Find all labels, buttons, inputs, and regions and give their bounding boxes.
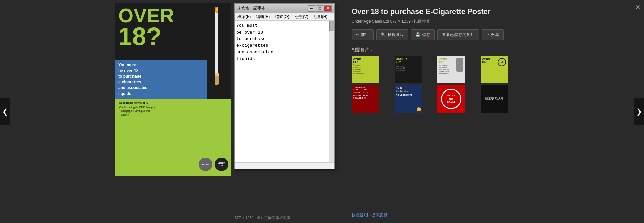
related-image-6[interactable]: No IDNo ServiceNo Exceptions	[395, 85, 422, 113]
poster-acceptable-1: •Cards bearing the PASS hologram	[119, 105, 228, 109]
feedback-area: 軟體說明 · 提供意見	[352, 212, 388, 218]
notepad-menu-format[interactable]: 格式(O)	[274, 13, 290, 20]
related-image-8[interactable]: 顯示更多結果	[481, 85, 508, 113]
related-grid: OVER18? You mustbe over 18to purchasee-c…	[352, 56, 521, 113]
view-saved-button[interactable]: 查看已儲存的圖片	[437, 29, 479, 40]
nav-left-arrow[interactable]: ❮	[0, 98, 10, 125]
chevron-left-icon: ❮	[2, 107, 8, 116]
share-icon: ↗	[486, 32, 489, 37]
poster-image: OVER 18?	[115, 3, 231, 176]
notepad-titlebar: 未命名 - 記事本 ─ □ ✕	[235, 4, 334, 13]
feedback2-link[interactable]: 提供意見	[371, 212, 388, 217]
poster-acceptable-2: •Photographic Driving Licence	[119, 109, 228, 113]
back-button[interactable]: ↩ 前往	[352, 29, 374, 40]
svg-rect-0	[215, 10, 218, 78]
poster-age-text: 18?	[118, 25, 181, 48]
save-icon: 💾	[415, 32, 421, 37]
cigarette-illustration	[204, 3, 229, 99]
related-image-4[interactable]: OVER18? 18	[481, 56, 508, 83]
feedback-link[interactable]: 軟體說明	[352, 212, 368, 217]
search-icon: 🔍	[381, 32, 386, 37]
action-buttons: ↩ 前往 🔍 檢視圖片 💾 儲存 查看已儲存的圖片 ↗ 分享	[352, 29, 521, 40]
notepad-menu-edit[interactable]: 編輯(E)	[255, 13, 271, 20]
nav-right-arrow[interactable]: ❯	[634, 98, 644, 125]
poster-blue-text: You must be over 18 to purchase e-cigare…	[118, 62, 204, 97]
right-panel: Over 18 to purchase E-Cigarette Poster U…	[352, 7, 521, 113]
under21-badge: UNDER21?	[215, 158, 228, 171]
related-image-1[interactable]: OVER18? You mustbe over 18to purchasee-c…	[352, 56, 379, 83]
image-title: Over 18 to purchase E-Cigarette Poster	[352, 7, 521, 17]
image-meta: Under Age Sales Ltd 877 × 1239 · 以圖搜圖	[352, 19, 521, 24]
poster-over-text: OVER	[118, 6, 181, 25]
related-title: 相關圖片：	[352, 47, 521, 53]
notepad-close-button[interactable]: ✕	[324, 5, 332, 12]
notepad-menu-view[interactable]: 檢視(V)	[293, 13, 310, 20]
chevron-right-icon: ❯	[636, 107, 642, 116]
notepad-scrollbar-thumb[interactable]	[329, 21, 334, 31]
related-image-2[interactable]: UNDER25? You mustbe under 25to purchase	[395, 56, 422, 83]
poster-blue-box: You must be over 18 to purchase e-cigare…	[115, 60, 207, 99]
close-button[interactable]: ✕	[635, 3, 641, 12]
notepad-window: 未命名 - 記事本 ─ □ ✕ 檔案(F) 編輯(E) 格式(O) 檢視(V) …	[234, 3, 335, 169]
notepad-title: 未命名 - 記事本	[237, 5, 266, 11]
notepad-menu-help[interactable]: 說明(H)	[312, 13, 329, 20]
poster-acceptable-title: Acceptable forms of ID:	[119, 101, 228, 104]
related-image-3[interactable]: OVER16? It is illegal tosell a spraypain…	[437, 56, 465, 83]
save-button[interactable]: 💾 儲存	[411, 29, 435, 40]
back-icon: ↩	[356, 32, 359, 37]
check-image-button[interactable]: 🔍 檢視圖片	[376, 29, 408, 40]
share-button[interactable]: ↗ 分享	[482, 29, 504, 40]
related-image-7[interactable]: NO IDNOSALE!	[437, 85, 465, 113]
notepad-menu-file[interactable]: 檔案(F)	[236, 13, 252, 20]
notepad-maximize-button[interactable]: □	[316, 5, 323, 12]
notepad-minimize-button[interactable]: ─	[308, 5, 315, 12]
notepad-content[interactable]: You must be over 18 to purchase e-cigare…	[235, 21, 329, 162]
related-image-5[interactable]: IT IS ILLEGALTO SELL TOBACPRODUCTS TOANY…	[352, 85, 379, 113]
poster-acceptable-3: •Passport	[119, 113, 228, 117]
pass-badge: PASS	[199, 158, 212, 171]
notepad-statusbar	[235, 162, 334, 169]
notepad-menubar: 檔案(F) 編輯(E) 格式(O) 檢視(V) 說明(H)	[235, 13, 334, 21]
svg-rect-4	[215, 73, 219, 76]
